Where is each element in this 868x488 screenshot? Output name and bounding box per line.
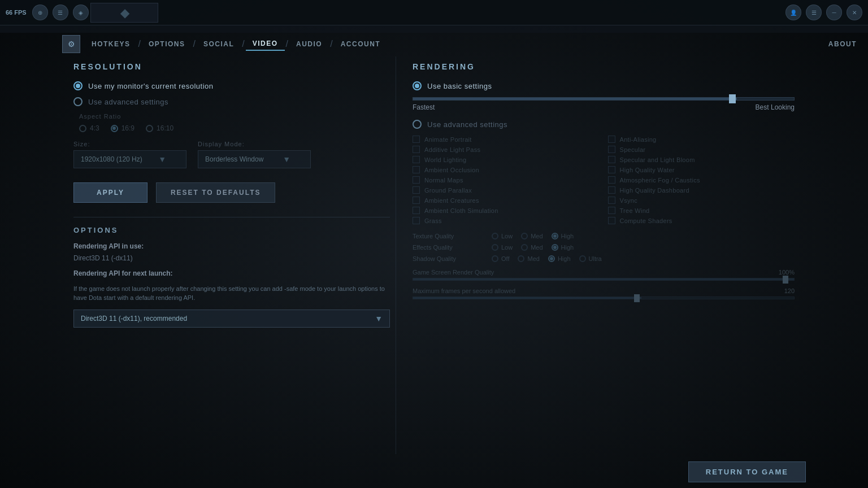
- check-compute-shaders[interactable]: Compute Shaders: [608, 217, 795, 224]
- icon-1[interactable]: ⊕: [32, 5, 48, 20]
- check-animate-portrait[interactable]: Animate Portrait: [413, 136, 600, 143]
- nav-audio[interactable]: AUDIO: [289, 38, 329, 50]
- effects-high[interactable]: High: [552, 244, 574, 251]
- resolution-advanced-option[interactable]: Use advanced settings: [73, 97, 390, 106]
- check-vsync[interactable]: Vsync: [608, 197, 795, 204]
- basic-settings-option[interactable]: Use basic settings: [413, 81, 795, 90]
- effects-high-radio[interactable]: [552, 244, 558, 251]
- nav-account[interactable]: ACCOUNT: [334, 38, 388, 50]
- check-additive-light-box[interactable]: [413, 146, 420, 153]
- check-animate-portrait-box[interactable]: [413, 136, 420, 143]
- check-atmo-fog-box[interactable]: [608, 176, 615, 184]
- settings-icon[interactable]: ⚙: [62, 35, 80, 53]
- texture-med-radio[interactable]: [521, 233, 528, 239]
- check-cloth-sim-box[interactable]: [413, 207, 420, 214]
- game-screen-slider[interactable]: [413, 278, 795, 281]
- max-fps-slider[interactable]: [413, 297, 795, 299]
- check-specular-bloom-box[interactable]: [608, 156, 615, 163]
- effects-med[interactable]: Med: [521, 244, 542, 251]
- check-hq-dashboard[interactable]: High Quality Dashboard: [608, 186, 795, 194]
- texture-low-radio[interactable]: [492, 233, 498, 239]
- check-world-lighting-box[interactable]: [413, 156, 420, 163]
- nav-bar: ⚙ HOTKEYS / OPTIONS / SOCIAL / VIDEO / A…: [62, 33, 857, 55]
- close-icon[interactable]: ✕: [847, 5, 862, 20]
- api-dropdown[interactable]: Direct3D 11 (-dx11), recommended ▼: [73, 310, 390, 328]
- display-dropdown[interactable]: Borderless Window ▼: [198, 150, 311, 168]
- aspect-169-radio[interactable]: [111, 125, 118, 132]
- shadow-ultra[interactable]: Ultra: [579, 255, 602, 262]
- resolution-advanced-radio[interactable]: [73, 97, 83, 106]
- check-anti-aliasing-box[interactable]: [608, 136, 615, 143]
- aspect-169[interactable]: 16:9: [111, 124, 134, 132]
- texture-low[interactable]: Low: [492, 233, 513, 239]
- menu-icon[interactable]: ☰: [806, 5, 822, 20]
- nav-about[interactable]: ABOUT: [828, 40, 857, 48]
- check-ground-parallax[interactable]: Ground Parallax: [413, 186, 600, 194]
- check-vsync-box[interactable]: [608, 197, 615, 204]
- check-compute-shaders-box[interactable]: [608, 217, 615, 224]
- size-dropdown[interactable]: 1920x1080 (120 Hz) ▼: [73, 150, 186, 168]
- effects-low-radio[interactable]: [492, 244, 498, 251]
- check-ambient-occlusion-box[interactable]: [413, 166, 420, 173]
- check-hq-water[interactable]: High Quality Water: [608, 166, 795, 173]
- apply-button[interactable]: APPLY: [73, 182, 147, 203]
- check-atmo-fog[interactable]: Atmospheric Fog / Caustics: [608, 176, 795, 184]
- aspect-43-radio[interactable]: [79, 125, 86, 132]
- texture-high-radio[interactable]: [552, 233, 558, 239]
- check-specular-bloom[interactable]: Specular and Light Bloom: [608, 156, 795, 163]
- quality-slider-thumb[interactable]: [729, 94, 736, 103]
- check-normal-maps-box[interactable]: [413, 176, 420, 184]
- check-cloth-sim[interactable]: Ambient Cloth Simulation: [413, 207, 600, 214]
- check-anti-aliasing[interactable]: Anti-Aliasing: [608, 136, 795, 143]
- shadow-off-radio[interactable]: [492, 255, 498, 262]
- return-to-game-button[interactable]: RETURN TO GAME: [688, 461, 806, 482]
- icon-2[interactable]: ☰: [53, 5, 68, 20]
- resolution-monitor-radio[interactable]: [73, 81, 83, 90]
- game-screen-slider-row: Game Screen Render Quality 100%: [413, 269, 795, 281]
- aspect-1610-radio[interactable]: [146, 125, 153, 132]
- check-ambient-creatures-box[interactable]: [413, 197, 420, 204]
- game-screen-thumb[interactable]: [783, 276, 788, 284]
- effects-med-radio[interactable]: [521, 244, 528, 251]
- check-ambient-occlusion[interactable]: Ambient Occlusion: [413, 166, 600, 173]
- quality-slider-track[interactable]: [413, 97, 795, 101]
- check-grass-box[interactable]: [413, 217, 420, 224]
- shadow-high[interactable]: High: [548, 255, 571, 262]
- basic-settings-radio[interactable]: [413, 81, 422, 90]
- texture-med[interactable]: Med: [521, 233, 542, 239]
- check-specular[interactable]: Specular: [608, 146, 795, 153]
- shadow-ultra-radio[interactable]: [579, 255, 586, 262]
- check-normal-maps[interactable]: Normal Maps: [413, 176, 600, 184]
- check-ground-parallax-box[interactable]: [413, 186, 420, 194]
- shadow-med[interactable]: Med: [518, 255, 539, 262]
- resolution-monitor-option[interactable]: Use my monitor's current resolution: [73, 81, 390, 90]
- aspect-1610[interactable]: 16:10: [146, 124, 173, 132]
- check-grass[interactable]: Grass: [413, 217, 600, 224]
- shadow-off[interactable]: Off: [492, 255, 509, 262]
- check-additive-light[interactable]: Additive Light Pass: [413, 146, 600, 153]
- max-fps-thumb[interactable]: [634, 294, 640, 302]
- check-ambient-creatures[interactable]: Ambient Creatures: [413, 197, 600, 204]
- reset-button[interactable]: RESET TO DEFAULTS: [156, 182, 276, 203]
- texture-high[interactable]: High: [552, 233, 574, 239]
- check-specular-box[interactable]: [608, 146, 615, 153]
- icon-3[interactable]: ◈: [73, 5, 89, 20]
- profile-icon[interactable]: 👤: [785, 5, 801, 20]
- shadow-high-radio[interactable]: [548, 255, 555, 262]
- nav-video[interactable]: VIDEO: [246, 37, 285, 51]
- aspect-43[interactable]: 4:3: [79, 124, 99, 132]
- nav-options[interactable]: OPTIONS: [142, 38, 192, 50]
- check-tree-wind[interactable]: Tree Wind: [608, 207, 795, 214]
- check-tree-wind-box[interactable]: [608, 207, 615, 214]
- advanced-settings-radio[interactable]: [413, 120, 422, 129]
- check-hq-water-box[interactable]: [608, 166, 615, 173]
- check-world-lighting[interactable]: World Lighting: [413, 156, 600, 163]
- advanced-settings-option[interactable]: Use advanced settings: [413, 120, 795, 129]
- effects-low[interactable]: Low: [492, 244, 513, 251]
- max-fps-label: Maximum frames per second allowed: [413, 287, 515, 294]
- nav-social[interactable]: SOCIAL: [197, 38, 241, 50]
- minimize-icon[interactable]: ─: [826, 5, 842, 20]
- shadow-med-radio[interactable]: [518, 255, 524, 262]
- check-hq-dashboard-box[interactable]: [608, 186, 615, 194]
- nav-hotkeys[interactable]: HOTKEYS: [85, 38, 137, 50]
